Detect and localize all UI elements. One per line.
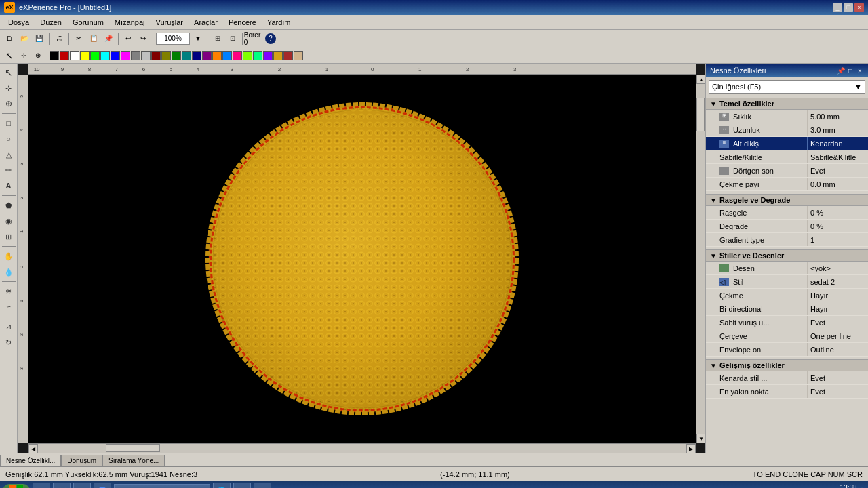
- scroll-left-btn[interactable]: ◀: [28, 444, 38, 453]
- prop-degrade-value[interactable]: 0 %: [807, 220, 868, 232]
- menu-araclar[interactable]: Araçlar: [189, 16, 223, 29]
- print-button[interactable]: 🖨: [52, 32, 66, 45]
- taskbar-app2-icon[interactable]: 🌐: [213, 483, 231, 488]
- snap-button[interactable]: ⊡: [226, 32, 239, 45]
- pattern-tool[interactable]: ⊞: [1, 229, 16, 244]
- panel-pin-btn[interactable]: 📌: [837, 66, 845, 75]
- prop-desen-value[interactable]: <yok>: [807, 262, 868, 274]
- color-gold[interactable]: [273, 51, 283, 60]
- color-lime[interactable]: [90, 51, 100, 60]
- circle-tool[interactable]: ○: [1, 131, 16, 146]
- node-tool[interactable]: ⊹: [17, 49, 31, 62]
- color-magenta[interactable]: [121, 51, 130, 60]
- color-yellow[interactable]: [80, 51, 90, 60]
- color-blue[interactable]: [111, 51, 120, 60]
- color-black[interactable]: [50, 51, 59, 60]
- prop-cekme-value[interactable]: 0.0 mm: [807, 178, 868, 190]
- help-button[interactable]: ?: [265, 33, 276, 44]
- prop-gradient-value[interactable]: 1: [807, 233, 868, 246]
- tab-donusum[interactable]: Dönüşüm: [61, 455, 102, 466]
- color-purple[interactable]: [202, 51, 212, 60]
- redo-button[interactable]: ↪: [136, 32, 150, 45]
- select-tool[interactable]: ↖: [3, 49, 16, 62]
- property-dropdown[interactable]: Çin İğnesi (F5) ▼: [709, 80, 865, 94]
- grid-button[interactable]: ⊞: [211, 32, 224, 45]
- tool-extra1[interactable]: ≋: [1, 284, 16, 299]
- menu-mizanpaj[interactable]: Mızanpaj: [109, 16, 151, 29]
- pen-tool[interactable]: ✏: [1, 163, 16, 178]
- taskbar-app4-icon[interactable]: ⊕: [254, 483, 271, 488]
- color-cyan[interactable]: [100, 51, 110, 60]
- new-button[interactable]: 🗋: [3, 32, 16, 45]
- menu-gorunum[interactable]: Görünüm: [67, 16, 109, 29]
- scroll-up-btn[interactable]: ▲: [696, 75, 705, 84]
- text-tool[interactable]: A: [1, 178, 16, 193]
- section-stiller-header[interactable]: ▼ Stiller ve Desenler: [706, 249, 868, 262]
- scroll-down-btn[interactable]: ▼: [696, 434, 705, 443]
- zoom-input[interactable]: 100%: [156, 33, 190, 45]
- cut-button[interactable]: ✂: [72, 32, 85, 45]
- color-chartreuse[interactable]: [243, 51, 252, 60]
- brush-tool[interactable]: ◉: [1, 214, 16, 228]
- color-pink[interactable]: [233, 51, 242, 60]
- maximize-button[interactable]: □: [844, 3, 853, 12]
- tab-nesne[interactable]: Nesne Özellikl...: [0, 455, 61, 466]
- zoom-tool[interactable]: ⊕: [31, 49, 45, 62]
- save-button[interactable]: 💾: [33, 32, 46, 45]
- section-temel-header[interactable]: ▼ Temel özellikler: [706, 98, 868, 110]
- section-rasgele-header[interactable]: ▼ Rasgele ve Degrade: [706, 194, 868, 206]
- section-gelismis-header[interactable]: ▼ Gelişmiş özellikler: [706, 359, 868, 371]
- color-white[interactable]: [70, 51, 79, 60]
- scroll-v-track[interactable]: [696, 84, 705, 434]
- measure-tool[interactable]: ⊿: [1, 319, 16, 334]
- hand-tool[interactable]: ✋: [1, 249, 16, 264]
- start-button[interactable]: [3, 484, 30, 488]
- scrollbar-vertical[interactable]: ▲ ▼: [696, 75, 705, 443]
- zoom-tool-left[interactable]: ⊕: [1, 96, 16, 111]
- open-button[interactable]: 📂: [18, 32, 31, 45]
- scroll-right-btn[interactable]: ▶: [686, 444, 696, 453]
- color-green[interactable]: [172, 51, 181, 60]
- menu-dosya[interactable]: Dosya: [3, 16, 35, 29]
- fill-tool[interactable]: ⬟: [1, 198, 16, 213]
- color-olive[interactable]: [161, 51, 171, 60]
- tool-extra2[interactable]: ≈: [1, 300, 16, 314]
- rotate-tool[interactable]: ↻: [1, 335, 16, 350]
- node-edit-tool[interactable]: ⊹: [1, 81, 16, 96]
- color-orange[interactable]: [212, 51, 222, 60]
- prop-cerceve-value[interactable]: One per line: [807, 329, 868, 342]
- scroll-h-thumb[interactable]: [106, 444, 160, 452]
- menu-yardim[interactable]: Yardım: [262, 16, 296, 29]
- panel-close-btn[interactable]: ×: [856, 66, 864, 75]
- color-brown[interactable]: [283, 51, 293, 60]
- pointer-tool[interactable]: ↖: [1, 65, 16, 80]
- color-red[interactable]: [60, 51, 69, 60]
- close-button[interactable]: ×: [854, 3, 864, 12]
- taskbar-app-experience[interactable]: eX eXPerience Pro - [Untitled1]: [114, 484, 210, 488]
- panel-restore-btn[interactable]: □: [846, 66, 854, 75]
- menu-vuruslar[interactable]: Vuruşlar: [150, 16, 189, 29]
- scroll-v-thumb[interactable]: [696, 98, 705, 131]
- color-maroon[interactable]: [151, 51, 161, 60]
- prop-cekme2-value[interactable]: Hayır: [807, 289, 868, 302]
- prop-uzunluk-value[interactable]: 3.0 mm: [807, 123, 868, 136]
- eyedropper-tool[interactable]: 💧: [1, 264, 16, 279]
- scroll-h-track[interactable]: [38, 444, 686, 453]
- prop-dortgen-value[interactable]: Evet: [807, 164, 868, 177]
- prop-siklik-value[interactable]: 5.00 mm: [807, 110, 868, 123]
- tab-siralama[interactable]: Sıralama Yöne...: [102, 455, 165, 466]
- color-teal[interactable]: [182, 51, 191, 60]
- embroidery-canvas[interactable]: [28, 75, 696, 443]
- prop-sabitle-value[interactable]: Sabitle&Kilitle: [807, 150, 868, 163]
- borer-button[interactable]: Borer 0: [245, 32, 259, 45]
- scrollbar-horizontal[interactable]: ◀ ▶: [28, 443, 696, 453]
- paste-button[interactable]: 📌: [102, 32, 115, 45]
- color-skyblue[interactable]: [222, 51, 232, 60]
- prop-rasgele-value[interactable]: 0 %: [807, 206, 868, 219]
- prop-sabit-value[interactable]: Evet: [807, 316, 868, 329]
- color-spring[interactable]: [253, 51, 262, 60]
- menu-pencere[interactable]: Pencere: [223, 16, 262, 29]
- color-tan[interactable]: [294, 51, 303, 60]
- taskbar-chrome-icon[interactable]: [94, 483, 111, 488]
- rectangle-tool[interactable]: □: [1, 116, 16, 131]
